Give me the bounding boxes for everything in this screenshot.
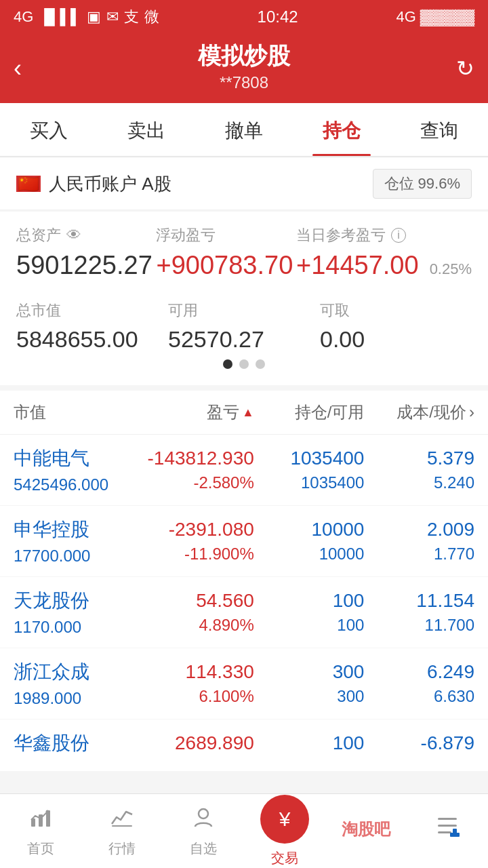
stock-pct: -11.900% bbox=[134, 545, 253, 564]
stock-cost-col: 11.154 11.700 bbox=[364, 590, 474, 635]
back-button[interactable]: ‹ bbox=[14, 54, 22, 83]
stock-pnl: -143812.930 bbox=[134, 448, 253, 469]
stock-cost: 5.379 bbox=[364, 448, 474, 469]
stock-name[interactable]: 浙江众成 bbox=[14, 659, 134, 685]
stock-name-col: 申华控股 17700.000 bbox=[14, 517, 134, 566]
account-name: 人民币账户 A股 bbox=[49, 172, 171, 196]
stock-current-price: 1.770 bbox=[364, 545, 474, 564]
stock-name[interactable]: 华鑫股份 bbox=[14, 730, 134, 756]
stock-position: 300 bbox=[254, 661, 365, 683]
table-row[interactable]: 浙江众成 1989.000 114.330 6.100% 300 300 6.2… bbox=[0, 648, 488, 719]
stock-name-col: 天龙股份 1170.000 bbox=[14, 588, 134, 637]
account-info: 🇨🇳 人民币账户 A股 bbox=[16, 172, 171, 196]
eye-icon[interactable]: 👁 bbox=[66, 226, 81, 244]
table-row[interactable]: 申华控股 17700.000 -2391.080 -11.900% 10000 … bbox=[0, 506, 488, 577]
refresh-button[interactable]: ↻ bbox=[456, 56, 474, 81]
stock-cost-col: 2.009 1.770 bbox=[364, 519, 474, 564]
trade-circle-button[interactable]: ¥ bbox=[260, 795, 309, 844]
svg-rect-6 bbox=[438, 818, 457, 820]
stock-pnl-col: 2689.890 bbox=[134, 732, 253, 758]
tab-cancel[interactable]: 撤单 bbox=[195, 103, 293, 156]
stock-position-col: 10000 10000 bbox=[254, 519, 365, 564]
info-icon[interactable]: i bbox=[391, 228, 406, 243]
stock-name-col: 浙江众成 1989.000 bbox=[14, 659, 134, 708]
nav-home[interactable]: 首页 bbox=[0, 800, 81, 863]
nav-trade-label: 交易 bbox=[271, 849, 298, 867]
signal-bars: ▐▌▌▌ bbox=[39, 8, 81, 26]
stock-name[interactable]: 天龙股份 bbox=[14, 588, 134, 614]
stock-name[interactable]: 申华控股 bbox=[14, 517, 134, 542]
svg-rect-10 bbox=[450, 833, 460, 837]
floating-pnl-label: 浮动盈亏 bbox=[156, 225, 296, 245]
stock-name[interactable]: 中能电气 bbox=[14, 446, 134, 471]
stock-pct: -2.580% bbox=[134, 473, 253, 492]
stock-cost-col: -6.879 bbox=[364, 732, 474, 758]
stock-pnl-col: 114.330 6.100% bbox=[134, 661, 253, 706]
stock-position: 1035400 bbox=[254, 448, 365, 469]
account-bar: 🇨🇳 人民币账户 A股 仓位 99.6% bbox=[0, 158, 488, 210]
svg-rect-7 bbox=[438, 825, 457, 827]
nav-market[interactable]: 行情 bbox=[81, 800, 163, 863]
market-icon bbox=[110, 805, 134, 835]
status-time: 10:42 bbox=[258, 7, 298, 26]
svg-rect-8 bbox=[438, 831, 451, 833]
account-id: **7808 bbox=[41, 73, 447, 92]
nav-menu[interactable] bbox=[407, 808, 488, 854]
stock-name-col: 华鑫股份 bbox=[14, 730, 134, 760]
tab-buy[interactable]: 买入 bbox=[0, 103, 98, 156]
stock-pnl: 114.330 bbox=[134, 661, 253, 683]
nav-market-label: 行情 bbox=[108, 840, 136, 858]
stock-pnl: 2689.890 bbox=[134, 732, 253, 754]
tab-position[interactable]: 持仓 bbox=[293, 103, 390, 156]
stock-mktval: 1989.000 bbox=[14, 689, 134, 708]
status-right: 4G ▓▓▓▓▓ bbox=[396, 8, 474, 26]
stock-pnl-col: -143812.930 -2.580% bbox=[134, 448, 253, 492]
stock-mktval: 5425496.000 bbox=[14, 475, 134, 494]
stock-position: 10000 bbox=[254, 519, 365, 540]
stock-available: 300 bbox=[254, 687, 365, 706]
dot-3[interactable] bbox=[256, 359, 265, 369]
total-assets: 总资产 👁 5901225.27 bbox=[16, 225, 156, 280]
dot-1[interactable] bbox=[223, 359, 232, 369]
floating-pnl: 浮动盈亏 +900783.70 bbox=[156, 225, 296, 280]
total-assets-value: 5901225.27 bbox=[16, 251, 156, 280]
col-header-position: 持仓/可用 bbox=[254, 401, 365, 423]
table-row[interactable]: 中能电气 5425496.000 -143812.930 -2.580% 103… bbox=[0, 435, 488, 506]
signal-text: 4G bbox=[14, 8, 33, 26]
stock-current-price: 11.700 bbox=[364, 616, 474, 635]
taoguba-icon: 淘股吧 bbox=[342, 818, 390, 840]
floating-pnl-value: +900783.70 bbox=[156, 251, 296, 280]
col-header-pnl: 盈亏 ▲ bbox=[134, 401, 253, 423]
tab-sell[interactable]: 卖出 bbox=[98, 103, 195, 156]
dot-2[interactable] bbox=[239, 359, 249, 369]
watchlist-icon bbox=[191, 805, 216, 835]
available-value: 52570.27 bbox=[168, 326, 320, 353]
stock-position-col: 300 300 bbox=[254, 661, 365, 706]
nav-trade[interactable]: ¥ 交易 bbox=[244, 789, 325, 868]
nav-watchlist[interactable]: 自选 bbox=[163, 800, 244, 863]
stock-position-col: 100 bbox=[254, 732, 365, 758]
col-header-mktval: 市值 bbox=[14, 401, 134, 423]
withdrawable-value: 0.00 bbox=[320, 326, 472, 353]
svg-rect-4 bbox=[112, 825, 132, 827]
pagination-dots bbox=[16, 353, 472, 372]
withdrawable: 可取 0.00 bbox=[320, 300, 472, 353]
status-left: 4G ▐▌▌▌ ▣ ✉ 支 微 bbox=[14, 7, 159, 27]
stock-cost: 6.249 bbox=[364, 661, 474, 683]
stock-pnl: -2391.080 bbox=[134, 519, 253, 540]
stock-cost: -6.879 bbox=[364, 732, 474, 754]
svg-point-3 bbox=[46, 810, 49, 813]
withdrawable-label: 可取 bbox=[320, 300, 472, 321]
page-title: 模拟炒股 bbox=[41, 41, 447, 72]
tab-query[interactable]: 查询 bbox=[390, 103, 488, 156]
total-mkt-val-value: 5848655.00 bbox=[16, 326, 168, 353]
stock-pnl: 54.560 bbox=[134, 590, 253, 612]
stock-pnl-col: -2391.080 -11.900% bbox=[134, 519, 253, 564]
sort-arrow-icon[interactable]: ▲ bbox=[242, 406, 254, 420]
nav-taoguba[interactable]: 淘股吧 bbox=[325, 813, 407, 850]
stock-cost: 11.154 bbox=[364, 590, 474, 612]
table-row[interactable]: 华鑫股份 2689.890 100 -6.879 bbox=[0, 719, 488, 772]
nav-watchlist-label: 自选 bbox=[190, 840, 217, 858]
stock-name-col: 中能电气 5425496.000 bbox=[14, 446, 134, 494]
table-row[interactable]: 天龙股份 1170.000 54.560 4.890% 100 100 11.1… bbox=[0, 577, 488, 648]
